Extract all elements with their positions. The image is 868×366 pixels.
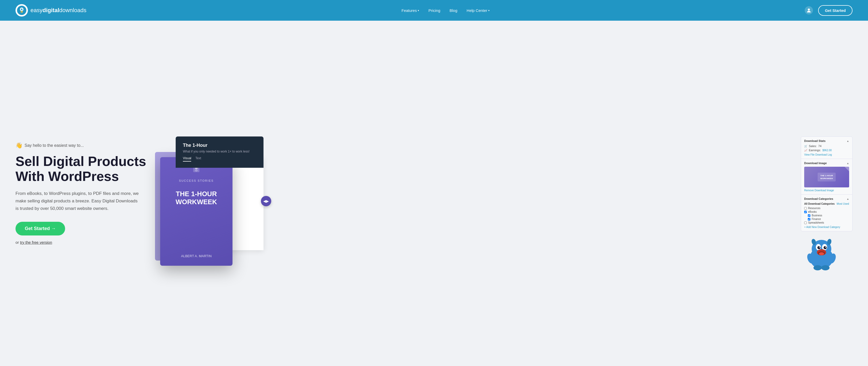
header-get-started-button[interactable]: Get Started	[818, 5, 852, 16]
svg-point-22	[819, 252, 824, 255]
sidebar-panels: Download Stats ▲ 🛒 Sales: 74 📈 Earnings:…	[801, 136, 852, 231]
logo[interactable]: $ easydigitaldownloads	[16, 4, 86, 17]
category-spreadsheets: Spreadsheets	[804, 221, 849, 224]
category-finance-label: Finance	[812, 218, 821, 220]
svg-point-16	[817, 246, 820, 249]
wave-emoji-icon: 👋	[16, 142, 23, 149]
collapse-stats-icon[interactable]: ▲	[846, 140, 849, 143]
svg-point-18	[819, 247, 820, 248]
svg-point-28	[821, 265, 830, 270]
book-title: THE 1-HOURWORKWEEK	[176, 190, 217, 206]
chart-icon: 📈	[804, 149, 807, 152]
logo-text: easydigitaldownloads	[30, 7, 86, 14]
corner-fold	[844, 167, 849, 171]
remove-download-image-link[interactable]: Remove Download Image	[804, 189, 849, 192]
svg-rect-11	[195, 171, 197, 171]
collapse-image-icon[interactable]: ▲	[846, 162, 849, 165]
chevron-down-icon: ▾	[488, 9, 490, 12]
category-ebooks-checkbox[interactable]	[804, 211, 807, 213]
logo-icon: $	[16, 4, 28, 17]
tab-visual[interactable]: Visual	[183, 156, 191, 161]
most-used-tab[interactable]: Most Used	[837, 203, 849, 205]
download-stats-panel: Download Stats ▲ 🛒 Sales: 74 📈 Earnings:…	[801, 137, 852, 159]
dark-preview-panel: The 1-Hour What if you only needed to wo…	[176, 136, 264, 168]
nav-blog[interactable]: Blog	[450, 8, 457, 13]
download-image-title: Download Image	[804, 161, 827, 165]
hero-subtext: From eBooks, to WordPress plugins, to PD…	[16, 190, 140, 212]
category-business-checkbox[interactable]	[808, 214, 810, 217]
main-content: 👋 Say hello to the easiest way to... Sel…	[0, 21, 868, 366]
nav-features[interactable]: Features ▾	[401, 8, 419, 13]
category-spreadsheets-label: Spreadsheets	[808, 221, 824, 224]
download-image-header: Download Image ▲	[804, 161, 849, 165]
hero-headline: Sell Digital Products With WordPress	[16, 154, 150, 184]
hero-right-mockup: The 1-Hour What if you only needed to wo…	[160, 136, 852, 266]
download-stats-header: Download Stats ▲	[804, 139, 849, 143]
book-author: ALBERT A. MARTIN	[181, 254, 212, 258]
category-ebooks: eBooks	[804, 210, 849, 213]
product-subtitle: What if you only needed to work 1× to wo…	[183, 150, 256, 153]
nav-right: Get Started	[805, 5, 852, 16]
tab-text[interactable]: Text	[195, 156, 201, 161]
product-card: SUCCESS STORIES THE 1-HOURWORKWEEK ALBER…	[160, 157, 232, 266]
svg-point-3	[21, 9, 22, 9]
success-badge: SUCCESS STORIES	[179, 179, 214, 182]
download-categories-panel: Download Categories ▲ All Download Categ…	[801, 195, 852, 231]
download-categories-header: Download Categories ▲	[804, 197, 849, 200]
editor-tabs: Visual Text	[183, 156, 256, 161]
all-categories-tab[interactable]: All Download Categories	[804, 203, 835, 205]
category-finance: Finance	[804, 218, 849, 220]
svg-point-19	[825, 247, 826, 248]
main-nav: Features ▾ Pricing Blog Help Center ▾	[401, 8, 490, 13]
earnings-stat: 📈 Earnings: $962.00	[804, 149, 849, 152]
view-log-link[interactable]: View File Download Log	[804, 153, 849, 156]
add-new-category-link[interactable]: + Add New Download Category	[804, 226, 849, 228]
collapse-categories-icon[interactable]: ▲	[846, 197, 849, 200]
free-version-link[interactable]: try the free version	[20, 240, 52, 245]
arrows-icon: ◀▶	[263, 199, 269, 203]
hero-tagline: 👋 Say hello to the easiest way to...	[16, 142, 150, 149]
user-account-icon[interactable]	[805, 6, 813, 14]
product-title: The 1-Hour	[183, 143, 256, 148]
category-business: Business	[804, 214, 849, 217]
category-ebooks-label: eBooks	[808, 210, 816, 213]
earnings-link[interactable]: $962.00	[822, 149, 832, 152]
hero-cta-button[interactable]: Get Started →	[16, 222, 65, 236]
category-resources-checkbox[interactable]	[804, 207, 807, 210]
nav-pricing[interactable]: Pricing	[428, 8, 440, 13]
svg-point-7	[808, 8, 810, 10]
svg-rect-10	[195, 170, 198, 171]
category-spreadsheets-checkbox[interactable]	[804, 221, 807, 224]
category-finance-checkbox[interactable]	[808, 218, 810, 220]
hero-left: 👋 Say hello to the easiest way to... Sel…	[16, 142, 150, 260]
thumbnail-book-title: THE 1-HOURWORKWEEK	[817, 173, 835, 181]
sales-stat: 🛒 Sales: 74	[804, 145, 849, 148]
free-link-area: or try the free version	[16, 240, 150, 245]
categories-tabs: All Download Categories Most Used	[804, 203, 849, 205]
svg-point-17	[824, 246, 827, 249]
site-header: $ easydigitaldownloads Features ▾ Pricin…	[0, 0, 868, 21]
download-image-thumbnail: THE 1-HOURWORKWEEK	[804, 167, 849, 187]
category-business-label: Business	[812, 214, 822, 217]
category-resources-label: Resources	[808, 207, 820, 210]
nav-help-center[interactable]: Help Center ▾	[467, 8, 490, 13]
chevron-down-icon: ▾	[418, 9, 419, 12]
category-resources: Resources	[804, 207, 849, 210]
download-categories-title: Download Categories	[804, 197, 833, 200]
cart-icon: 🛒	[804, 145, 807, 148]
svg-point-4	[22, 9, 23, 9]
mascot-character	[806, 235, 837, 271]
carousel-button[interactable]: ◀▶	[261, 196, 271, 206]
svg-point-27	[813, 265, 822, 270]
download-image-panel: Download Image ▲ THE 1-HOURWORKWEEK Remo…	[801, 159, 852, 195]
download-stats-title: Download Stats	[804, 139, 826, 143]
svg-text:$: $	[21, 11, 22, 13]
